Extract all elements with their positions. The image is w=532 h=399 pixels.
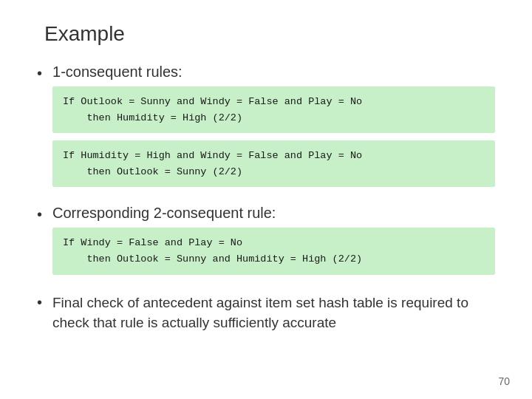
code-block-1: If Outlook = Sunny and Windy = False and…: [52, 86, 495, 133]
page-number: 70: [498, 375, 510, 387]
slide-page: Example • 1-consequent rules: If Outlook…: [0, 0, 532, 399]
code-block-2: If Humidity = High and Windy = False and…: [52, 140, 495, 187]
bullet-point-3: •: [37, 294, 42, 311]
bullet-section-2: • Corresponding 2-consequent rule: If Wi…: [37, 205, 495, 282]
bullet-3-content: Final check of antecedent against item s…: [52, 293, 495, 333]
bullet-2-label: Corresponding 2-consequent rule:: [52, 205, 495, 222]
bullet-section-1: • 1-consequent rules: If Outlook = Sunny…: [37, 64, 495, 194]
bullet-point-2: •: [37, 206, 42, 223]
bullet-section-3: • Final check of antecedent against item…: [37, 293, 495, 333]
bullet-2-content: Corresponding 2-consequent rule: If Wind…: [52, 205, 495, 282]
slide-title: Example: [37, 22, 495, 46]
bullet-1-content: 1-consequent rules: If Outlook = Sunny a…: [52, 64, 495, 194]
bullet-3-label: Final check of antecedent against item s…: [52, 293, 495, 333]
bullet-1-label: 1-consequent rules:: [52, 64, 495, 81]
bullet-point-1: •: [37, 65, 42, 82]
code-block-3: If Windy = False and Play = No then Outl…: [52, 228, 495, 274]
